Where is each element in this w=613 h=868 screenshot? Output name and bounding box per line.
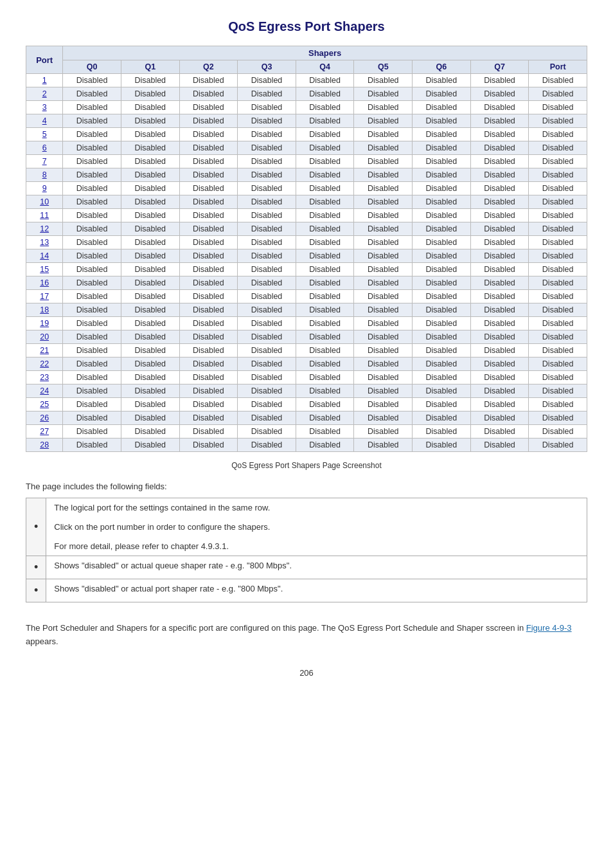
value-cell: Disabled <box>413 290 471 303</box>
value-cell: Disabled <box>413 276 471 290</box>
value-cell: Disabled <box>121 398 179 411</box>
port-cell[interactable]: 13 <box>26 236 63 249</box>
port-cell[interactable]: 17 <box>26 290 63 303</box>
value-cell: Disabled <box>63 249 121 263</box>
value-cell: Disabled <box>179 290 238 303</box>
port-cell[interactable]: 21 <box>26 344 63 357</box>
field-description: Shows "disabled" or actual port shaper r… <box>46 579 587 602</box>
value-cell: Disabled <box>179 74 238 87</box>
value-cell: Disabled <box>413 425 471 439</box>
value-cell: Disabled <box>354 411 413 425</box>
table-row: 4DisabledDisabledDisabledDisabledDisable… <box>26 114 587 128</box>
value-cell: Disabled <box>179 141 238 155</box>
value-cell: Disabled <box>529 276 587 290</box>
value-cell: Disabled <box>413 195 471 209</box>
value-cell: Disabled <box>413 114 471 128</box>
value-cell: Disabled <box>179 209 238 222</box>
value-cell: Disabled <box>413 317 471 330</box>
value-cell: Disabled <box>63 195 121 209</box>
port-cell[interactable]: 27 <box>26 425 63 439</box>
port-cell[interactable]: 5 <box>26 128 63 141</box>
port-cell[interactable]: 6 <box>26 141 63 155</box>
value-cell: Disabled <box>529 398 587 411</box>
value-cell: Disabled <box>354 87 413 101</box>
value-cell: Disabled <box>529 411 587 425</box>
fields-table: •The logical port for the settings conta… <box>26 498 587 602</box>
value-cell: Disabled <box>238 101 296 114</box>
port-cell[interactable]: 8 <box>26 168 63 182</box>
value-cell: Disabled <box>413 222 471 236</box>
port-cell[interactable]: 19 <box>26 317 63 330</box>
value-cell: Disabled <box>413 101 471 114</box>
value-cell: Disabled <box>529 182 587 195</box>
value-cell: Disabled <box>413 155 471 168</box>
port-cell[interactable]: 15 <box>26 263 63 276</box>
value-cell: Disabled <box>238 344 296 357</box>
port-cell[interactable]: 14 <box>26 249 63 263</box>
value-cell: Disabled <box>470 74 529 87</box>
value-cell: Disabled <box>121 439 179 452</box>
footer-link[interactable]: Figure 4-9-3 <box>526 623 572 633</box>
port-cell[interactable]: 18 <box>26 303 63 317</box>
port-header: Port <box>26 46 63 74</box>
port-cell[interactable]: 3 <box>26 101 63 114</box>
value-cell: Disabled <box>63 330 121 344</box>
value-cell: Disabled <box>296 74 354 87</box>
value-cell: Disabled <box>121 330 179 344</box>
value-cell: Disabled <box>470 155 529 168</box>
value-cell: Disabled <box>179 411 238 425</box>
port-cell[interactable]: 11 <box>26 209 63 222</box>
field-description: The logical port for the settings contai… <box>46 498 587 556</box>
value-cell: Disabled <box>529 290 587 303</box>
value-cell: Disabled <box>296 344 354 357</box>
port-cell[interactable]: 9 <box>26 182 63 195</box>
value-cell: Disabled <box>121 168 179 182</box>
port-cell[interactable]: 2 <box>26 87 63 101</box>
port-cell[interactable]: 10 <box>26 195 63 209</box>
port-cell[interactable]: 1 <box>26 74 63 87</box>
value-cell: Disabled <box>121 101 179 114</box>
value-cell: Disabled <box>413 263 471 276</box>
value-cell: Disabled <box>529 114 587 128</box>
value-cell: Disabled <box>63 357 121 371</box>
table-row: 27DisabledDisabledDisabledDisabledDisabl… <box>26 425 587 439</box>
table-row: 21DisabledDisabledDisabledDisabledDisabl… <box>26 344 587 357</box>
fields-row: •The logical port for the settings conta… <box>26 498 587 556</box>
port-cell[interactable]: 25 <box>26 398 63 411</box>
value-cell: Disabled <box>121 155 179 168</box>
value-cell: Disabled <box>238 384 296 398</box>
value-cell: Disabled <box>63 303 121 317</box>
value-cell: Disabled <box>354 384 413 398</box>
value-cell: Disabled <box>296 155 354 168</box>
port-cell[interactable]: 20 <box>26 330 63 344</box>
port-cell[interactable]: 4 <box>26 114 63 128</box>
value-cell: Disabled <box>63 317 121 330</box>
value-cell: Disabled <box>121 114 179 128</box>
port-cell[interactable]: 7 <box>26 155 63 168</box>
value-cell: Disabled <box>121 222 179 236</box>
value-cell: Disabled <box>121 425 179 439</box>
value-cell: Disabled <box>63 168 121 182</box>
value-cell: Disabled <box>296 398 354 411</box>
value-cell: Disabled <box>179 317 238 330</box>
value-cell: Disabled <box>63 222 121 236</box>
value-cell: Disabled <box>63 276 121 290</box>
value-cell: Disabled <box>121 182 179 195</box>
value-cell: Disabled <box>470 303 529 317</box>
port-cell[interactable]: 24 <box>26 384 63 398</box>
value-cell: Disabled <box>63 128 121 141</box>
port-cell[interactable]: 22 <box>26 357 63 371</box>
port-cell[interactable]: 26 <box>26 411 63 425</box>
value-cell: Disabled <box>63 236 121 249</box>
port-cell[interactable]: 16 <box>26 276 63 290</box>
port-cell[interactable]: 28 <box>26 439 63 452</box>
port-cell[interactable]: 23 <box>26 371 63 384</box>
value-cell: Disabled <box>63 87 121 101</box>
port-cell[interactable]: 12 <box>26 222 63 236</box>
value-cell: Disabled <box>238 263 296 276</box>
value-cell: Disabled <box>63 384 121 398</box>
value-cell: Disabled <box>470 222 529 236</box>
value-cell: Disabled <box>529 74 587 87</box>
value-cell: Disabled <box>63 141 121 155</box>
value-cell: Disabled <box>238 411 296 425</box>
